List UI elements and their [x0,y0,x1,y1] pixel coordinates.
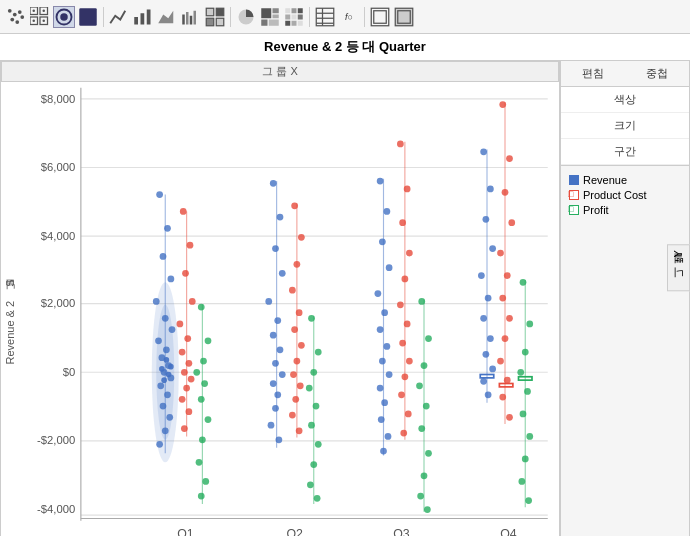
legend-area: Revenue □ Product Cost □ Profit [561,166,689,227]
edit-btn[interactable]: 편침 [561,61,625,86]
svg-point-9 [43,9,46,12]
svg-point-130 [277,214,284,221]
svg-text:Q1: Q1 [177,527,194,536]
svg-text:$0: $0 [63,366,76,378]
legend-label-profit: Profit [583,204,609,216]
svg-point-198 [400,430,407,437]
svg-point-120 [193,369,200,376]
svg-point-196 [398,391,405,398]
svg-point-148 [289,287,296,294]
svg-point-1 [13,12,17,16]
table-icon[interactable] [314,6,336,28]
line-chart-icon[interactable] [108,6,130,28]
svg-point-133 [265,298,272,305]
svg-point-249 [525,497,532,504]
svg-point-142 [268,422,275,429]
filter2-icon[interactable] [393,6,415,28]
svg-text:$6,000: $6,000 [41,161,75,173]
scatter2-icon[interactable] [29,6,51,28]
sep1 [103,7,104,27]
heatmap-icon[interactable] [283,6,305,28]
x-header: 그 룹 X [1,61,559,82]
svg-point-218 [487,335,494,342]
sep3 [309,7,310,27]
svg-point-95 [156,441,163,448]
overlap-btn[interactable]: 중첩 [625,61,689,86]
grid-chart-icon[interactable] [204,6,226,28]
filter1-icon[interactable] [369,6,391,28]
chart-container: 그 룹 X Revenue & 2 닐S [0,60,560,536]
svg-point-160 [315,349,322,356]
svg-text:$8,000: $8,000 [41,93,75,105]
svg-point-118 [205,337,212,344]
svg-point-212 [487,186,494,193]
svg-point-154 [297,382,304,389]
svg-point-194 [406,358,413,365]
svg-rect-16 [79,8,97,26]
svg-point-103 [187,242,194,249]
pie-chart-icon[interactable] [235,6,257,28]
formula-icon[interactable]: f○ [338,6,360,28]
svg-point-183 [385,433,392,440]
svg-point-173 [386,264,393,271]
legend-dot-product-cost: □ [569,190,579,200]
svg-point-208 [417,493,424,500]
svg-point-197 [405,411,412,418]
svg-point-90 [157,382,164,389]
svg-rect-19 [147,9,151,24]
y-axis-text: Revenue & 2 닐S [3,279,18,364]
right-panel: 편침 중첩 색상 크기 구간 Revenue □ Product Cost □ [560,60,690,536]
svg-point-165 [315,441,322,448]
treemap-icon[interactable] [259,6,281,28]
svg-rect-53 [19,82,559,536]
multi-bar-icon[interactable] [180,6,202,28]
svg-text:-$4,000: -$4,000 [37,503,75,515]
svg-point-126 [202,478,209,485]
circle-chart-icon[interactable] [53,6,75,28]
color-btn[interactable]: 색상 [561,87,689,113]
size-btn[interactable]: 크기 [561,113,689,139]
svg-point-186 [397,141,404,148]
y-label-toggle-btn[interactable]: 니 뻘 Y [667,244,690,291]
svg-rect-39 [292,14,297,19]
svg-point-232 [506,315,513,322]
svg-point-104 [182,270,189,277]
svg-point-125 [196,459,203,466]
filled-icon[interactable] [77,6,99,28]
chart-plot-area[interactable]: $8,000 $6,000 $4,000 $2,000 $0 -$2,000 -… [19,82,559,536]
appearance-section: 색상 크기 구간 [561,87,689,166]
svg-point-211 [480,148,487,155]
svg-point-123 [205,416,212,423]
svg-rect-28 [216,18,224,26]
svg-point-83 [169,326,176,333]
legend-dot-profit: □ [569,205,579,215]
right-panel-top-buttons: 편침 중첩 [561,61,689,87]
svg-rect-31 [273,8,279,13]
bar-chart-icon[interactable] [132,6,154,28]
svg-point-141 [272,405,279,412]
svg-point-117 [198,304,205,311]
svg-text:Q4: Q4 [500,527,517,536]
svg-rect-26 [216,8,224,16]
svg-point-214 [489,245,496,252]
svg-point-11 [33,19,36,22]
svg-point-168 [314,495,321,502]
svg-point-229 [497,250,504,257]
svg-text:$4,000: $4,000 [41,230,75,242]
scatter-icon[interactable] [5,6,27,28]
svg-text:$2,000: $2,000 [41,297,75,309]
svg-point-215 [478,272,485,279]
svg-point-220 [489,366,496,373]
svg-point-4 [20,15,24,19]
svg-point-151 [298,342,305,349]
range-btn[interactable]: 구간 [561,139,689,165]
svg-point-93 [166,414,173,421]
svg-point-127 [198,493,205,500]
svg-point-201 [425,335,432,342]
svg-point-209 [424,506,431,513]
area-chart-icon[interactable] [156,6,178,28]
svg-point-216 [485,295,492,302]
svg-rect-33 [261,19,267,25]
svg-point-176 [377,326,384,333]
legend-item-product-cost: □ Product Cost [569,189,681,201]
